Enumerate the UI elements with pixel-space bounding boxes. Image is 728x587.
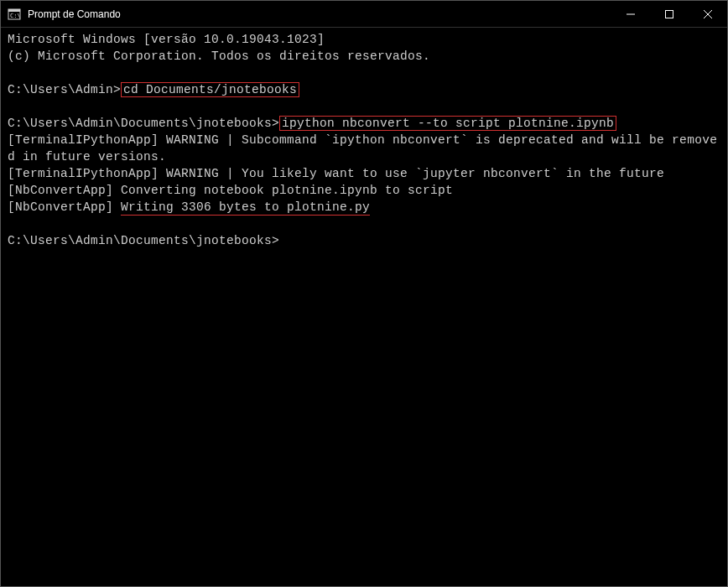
- blank-line: [8, 98, 720, 115]
- prompt-text: C:\Users\Admin>: [8, 83, 121, 96]
- blank-line: [8, 216, 720, 232]
- svg-rect-1: [8, 9, 20, 12]
- terminal-output[interactable]: Microsoft Windows [versão 10.0.19043.102…: [1, 28, 727, 586]
- prompt-text: C:\Users\Admin\Documents\jnotebooks>: [8, 234, 279, 247]
- highlighted-output: Writing 3306 bytes to plotnine.py: [121, 200, 370, 216]
- maximize-button[interactable]: [650, 1, 689, 27]
- prompt-line: C:\Users\Admin\Documents\jnotebooks>: [8, 232, 720, 249]
- command-line: C:\Users\Admin>cd Documents/jnotebooks: [8, 81, 720, 98]
- output-line: Microsoft Windows [versão 10.0.19043.102…: [8, 31, 720, 48]
- window-controls: [611, 1, 727, 27]
- command-line: C:\Users\Admin\Documents\jnotebooks>ipyt…: [8, 115, 720, 132]
- close-button[interactable]: [689, 1, 727, 27]
- cmd-icon: C:\: [8, 8, 21, 21]
- output-prefix: [NbConvertApp]: [8, 200, 121, 214]
- output-line: [TerminalIPythonApp] WARNING | You likel…: [8, 165, 720, 182]
- prompt-text: C:\Users\Admin\Documents\jnotebooks>: [8, 117, 279, 130]
- svg-rect-4: [666, 10, 673, 18]
- titlebar[interactable]: C:\ Prompt de Comando: [1, 1, 727, 28]
- blank-line: [8, 65, 720, 81]
- highlighted-command: cd Documents/jnotebooks: [121, 82, 299, 97]
- output-line: [NbConvertApp] Converting notebook plotn…: [8, 182, 720, 199]
- minimize-button[interactable]: [611, 1, 650, 27]
- svg-text:C:\: C:\: [10, 13, 21, 19]
- output-line: [TerminalIPythonApp] WARNING | Subcomman…: [8, 132, 720, 165]
- command-prompt-window: C:\ Prompt de Comando Microsoft Windows …: [0, 0, 728, 587]
- window-title: Prompt de Comando: [28, 8, 611, 20]
- highlighted-command: ipython nbconvert --to script plotnine.i…: [279, 116, 616, 131]
- output-line: (c) Microsoft Corporation. Todos os dire…: [8, 48, 720, 65]
- output-line: [NbConvertApp] Writing 3306 bytes to plo…: [8, 199, 720, 216]
